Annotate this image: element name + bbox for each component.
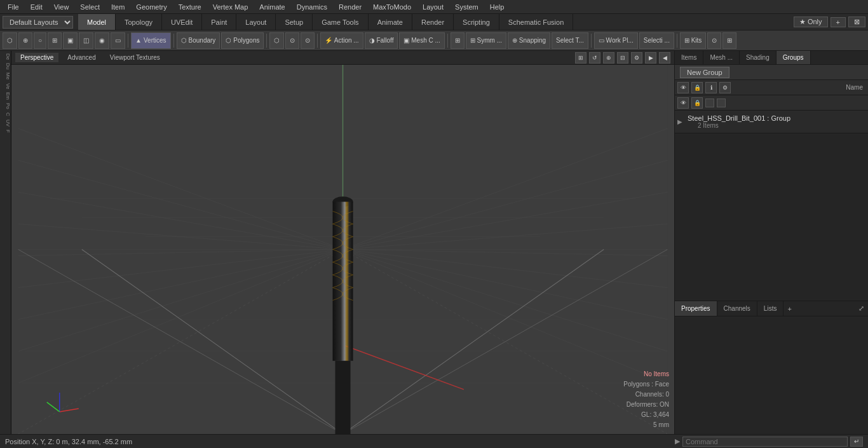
sidebar-em[interactable]: Em: [1, 91, 11, 101]
kits-btn[interactable]: ⊞ Kits: [680, 32, 706, 49]
mode-btn2[interactable]: ⊕: [18, 32, 32, 49]
group-item-check1[interactable]: [705, 98, 714, 107]
mode-btn5[interactable]: ▣: [63, 32, 78, 49]
sidebar-uv[interactable]: UV: [1, 118, 11, 128]
group-item-eye-btn[interactable]: 👁: [677, 97, 689, 109]
view-btn2[interactable]: ⊙: [707, 32, 721, 49]
menu-maxtomodo[interactable]: MaxToModo: [368, 2, 416, 12]
groups-settings-btn[interactable]: ⚙: [719, 82, 731, 93]
menu-layout[interactable]: Layout: [417, 2, 449, 12]
mode-btn4[interactable]: ⊞: [48, 32, 62, 49]
menu-render[interactable]: Render: [334, 2, 367, 12]
panel-tab-items[interactable]: Items: [675, 51, 703, 64]
vp-ctrl-4[interactable]: ⊟: [617, 52, 628, 64]
viewport-canvas[interactable]: No Items Polygons : Face Channels: 0 Def…: [11, 65, 674, 434]
menu-help[interactable]: Help: [485, 2, 510, 12]
viewport-tab-textures[interactable]: Viewport Textures: [105, 53, 165, 62]
main-content: De Du Me Ve Em Po C UV F Perspective Adv…: [0, 51, 868, 434]
group-item-0[interactable]: ▶ Steel_HSS_Drill_Bit_001 : Group 2 Item…: [675, 111, 868, 133]
sphere-btn[interactable]: ⊙: [285, 32, 299, 49]
mode-btn3[interactable]: ○: [34, 32, 46, 49]
menu-texture[interactable]: Texture: [173, 2, 207, 12]
selecti-btn[interactable]: Selecti ...: [639, 32, 674, 49]
command-input[interactable]: [682, 437, 848, 447]
new-group-btn[interactable]: New Group: [680, 67, 729, 78]
tab-model[interactable]: Model: [78, 14, 116, 30]
vp-ctrl-7[interactable]: ◀: [659, 52, 670, 64]
polygons-btn[interactable]: ⬡ Polygons: [221, 32, 264, 49]
mode-btn7[interactable]: ◉: [95, 32, 109, 49]
work-pl-btn[interactable]: ▭ Work Pl...: [594, 32, 638, 49]
sym-btn[interactable]: ⊞: [451, 32, 465, 49]
sidebar-de[interactable]: De: [1, 52, 11, 61]
menu-item[interactable]: Item: [106, 2, 130, 12]
menu-edit[interactable]: Edit: [25, 2, 48, 12]
layout-btn2[interactable]: ⊞: [722, 32, 736, 49]
mode-btn1[interactable]: ⬡: [3, 32, 17, 49]
vp-ctrl-1[interactable]: ⊞: [575, 52, 587, 64]
tab-game-tools[interactable]: Game Tools: [313, 14, 369, 30]
viewport-tab-perspective[interactable]: Perspective: [15, 53, 58, 62]
bottom-tab-lists[interactable]: Lists: [757, 301, 784, 316]
tab-paint[interactable]: Paint: [202, 14, 236, 30]
sidebar-po[interactable]: Po: [1, 102, 11, 111]
snapping-btn[interactable]: ⊕ Snapping: [508, 32, 550, 49]
close-layout-btn[interactable]: ⊠: [848, 17, 865, 27]
tab-schematic[interactable]: Schematic Fusion: [499, 14, 573, 30]
add-layout-btn[interactable]: +: [831, 17, 846, 27]
vertices-btn[interactable]: ▲ Vertices: [131, 32, 170, 49]
vp-ctrl-2[interactable]: ↺: [589, 52, 600, 64]
sphere2-btn[interactable]: ⊙: [301, 32, 315, 49]
menu-animate[interactable]: Animate: [254, 2, 290, 12]
panel-tab-shading[interactable]: Shading: [740, 51, 776, 64]
menu-file[interactable]: File: [3, 2, 24, 12]
bottom-tab-add[interactable]: +: [783, 305, 795, 313]
mode-btn8[interactable]: ▭: [111, 32, 125, 49]
vp-ctrl-5[interactable]: ⚙: [631, 52, 642, 64]
tab-topology[interactable]: Topology: [116, 14, 162, 30]
menu-vertex-map[interactable]: Vertex Map: [208, 2, 254, 12]
vp-ctrl-3[interactable]: ⊕: [603, 52, 614, 64]
bottom-panel-expand[interactable]: ⤢: [855, 304, 868, 313]
viewport-tab-advanced[interactable]: Advanced: [62, 53, 100, 62]
tab-render[interactable]: Render: [412, 14, 454, 30]
mesh-btn[interactable]: ▣ Mesh C ...: [399, 32, 444, 49]
boundary-btn[interactable]: ⬡ Boundary: [177, 32, 220, 49]
group-item-lock-btn[interactable]: 🔒: [691, 97, 703, 109]
group-item-check2[interactable]: [717, 98, 726, 107]
tab-setup[interactable]: Setup: [276, 14, 313, 30]
tab-layout[interactable]: Layout: [236, 14, 276, 30]
panel-tab-mesh[interactable]: Mesh ...: [703, 51, 740, 64]
no-items-text: No Items: [623, 369, 669, 379]
shape-btn[interactable]: ⬡: [269, 32, 284, 49]
tab-scripting[interactable]: Scripting: [454, 14, 499, 30]
sidebar-f[interactable]: F: [1, 128, 11, 134]
groups-info-btn[interactable]: ℹ: [705, 82, 717, 93]
layout-select[interactable]: Default Layouts: [3, 16, 73, 29]
command-run-btn[interactable]: ↵: [850, 437, 863, 447]
select-t-btn[interactable]: Select T...: [552, 32, 588, 49]
symm-btn[interactable]: ⊞ Symm ...: [466, 32, 506, 49]
menu-view[interactable]: View: [49, 2, 74, 12]
action-btn[interactable]: ⚡ Action ...: [320, 32, 363, 49]
panel-tab-groups[interactable]: Groups: [776, 51, 811, 64]
sidebar-me[interactable]: Me: [1, 71, 11, 81]
vp-ctrl-6[interactable]: ▶: [645, 52, 656, 64]
only-btn[interactable]: ★ Only: [794, 17, 828, 27]
menu-system[interactable]: System: [450, 2, 484, 12]
tab-animate[interactable]: Animate: [369, 14, 412, 30]
sidebar-c[interactable]: C: [1, 111, 11, 118]
menu-select[interactable]: Select: [75, 2, 105, 12]
falloff-btn[interactable]: ◑ Falloff: [365, 32, 398, 49]
groups-eye-btn[interactable]: 👁: [677, 82, 689, 93]
sep3: [266, 34, 267, 48]
tab-uvedit[interactable]: UVEdit: [162, 14, 202, 30]
menu-dynamics[interactable]: Dynamics: [292, 2, 332, 12]
sidebar-ve[interactable]: Ve: [1, 82, 11, 90]
bottom-tab-channels[interactable]: Channels: [717, 301, 757, 316]
mode-btn6[interactable]: ◫: [79, 32, 93, 49]
groups-lock-btn[interactable]: 🔒: [691, 82, 703, 93]
bottom-tab-properties[interactable]: Properties: [675, 301, 717, 316]
menu-geometry[interactable]: Geometry: [131, 2, 172, 12]
sidebar-du[interactable]: Du: [1, 62, 11, 71]
